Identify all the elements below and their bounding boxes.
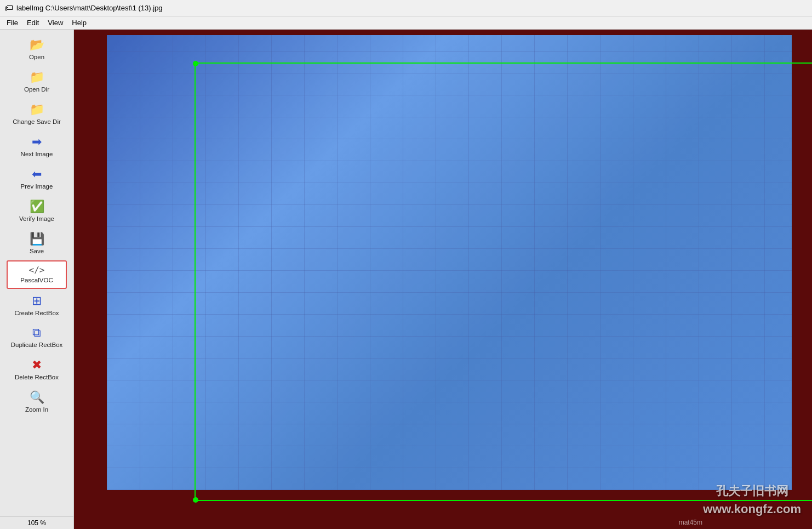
- bbox-handle-bottom-left[interactable]: [193, 497, 198, 503]
- menu-help[interactable]: Help: [67, 18, 91, 28]
- zoom-in-label: Zoom In: [25, 406, 48, 414]
- create-rect-box-icon: ⊞: [32, 294, 42, 308]
- title-icon: 🏷: [4, 3, 13, 13]
- verify-image-button[interactable]: ✅ Verify Image: [7, 196, 67, 227]
- change-save-dir-button[interactable]: 📁 Change Save Dir: [7, 99, 67, 130]
- canvas-area[interactable]: 孔夫子旧书网 www.kongfz.com mat45m: [74, 30, 812, 529]
- timestamp: mat45m: [679, 519, 702, 526]
- watermark-line2: www.kongfz.com: [703, 500, 801, 518]
- open-button[interactable]: 📂 Open: [7, 34, 67, 65]
- open-label: Open: [29, 53, 44, 61]
- zoom-level: 105 %: [0, 516, 73, 529]
- prev-image-button[interactable]: ⬅ Prev Image: [7, 163, 67, 195]
- prev-image-icon: ⬅: [32, 167, 42, 181]
- next-image-label: Next Image: [21, 150, 53, 158]
- pascal-voc-icon: </>: [29, 265, 45, 275]
- verify-image-label: Verify Image: [19, 215, 54, 223]
- change-save-dir-label: Change Save Dir: [13, 118, 61, 126]
- menu-file[interactable]: File: [2, 18, 22, 28]
- grid-overlay: [107, 35, 792, 490]
- menu-edit[interactable]: Edit: [22, 18, 43, 28]
- delete-rect-box-label: Delete RectBox: [15, 373, 59, 382]
- save-button[interactable]: 💾 Save: [7, 228, 67, 259]
- next-image-icon: ➡: [32, 135, 42, 149]
- change-save-dir-icon: 📁: [30, 103, 44, 117]
- open-dir-label: Open Dir: [24, 86, 49, 94]
- create-rect-box-label: Create RectBox: [14, 309, 59, 317]
- open-icon: 📂: [30, 38, 44, 52]
- duplicate-rect-box-icon: ⧉: [32, 326, 41, 340]
- prev-image-label: Prev Image: [21, 183, 53, 191]
- pascal-voc-button[interactable]: </> PascalVOC: [7, 260, 67, 289]
- save-label: Save: [30, 247, 44, 255]
- delete-rect-box-icon: ✖: [32, 358, 42, 372]
- menu-view[interactable]: View: [43, 18, 67, 28]
- titlebar: 🏷 labelImg C:\Users\matt\Desktop\test\1 …: [0, 0, 812, 16]
- toolbar: 📂 Open 📁 Open Dir 📁 Change Save Dir ➡ Ne…: [0, 30, 74, 529]
- document-image: [107, 35, 792, 490]
- title-text: labelImg C:\Users\matt\Desktop\test\1 (1…: [16, 4, 163, 12]
- duplicate-rect-box-button[interactable]: ⧉ Duplicate RectBox: [7, 322, 67, 353]
- create-rect-box-button[interactable]: ⊞ Create RectBox: [7, 290, 67, 321]
- duplicate-rect-box-label: Duplicate RectBox: [11, 341, 63, 349]
- verify-image-icon: ✅: [30, 200, 44, 214]
- open-dir-icon: 📁: [30, 70, 44, 84]
- open-dir-button[interactable]: 📁 Open Dir: [7, 66, 67, 98]
- main-layout: 📂 Open 📁 Open Dir 📁 Change Save Dir ➡ Ne…: [0, 30, 812, 529]
- zoom-in-button[interactable]: 🔍 Zoom In: [7, 386, 67, 418]
- delete-rect-box-button[interactable]: ✖ Delete RectBox: [7, 354, 67, 385]
- next-image-button[interactable]: ➡ Next Image: [7, 131, 67, 162]
- save-icon: 💾: [30, 232, 44, 246]
- menubar: File Edit View Help: [0, 16, 812, 30]
- zoom-in-icon: 🔍: [30, 390, 44, 405]
- pascal-voc-label: PascalVOC: [20, 276, 53, 285]
